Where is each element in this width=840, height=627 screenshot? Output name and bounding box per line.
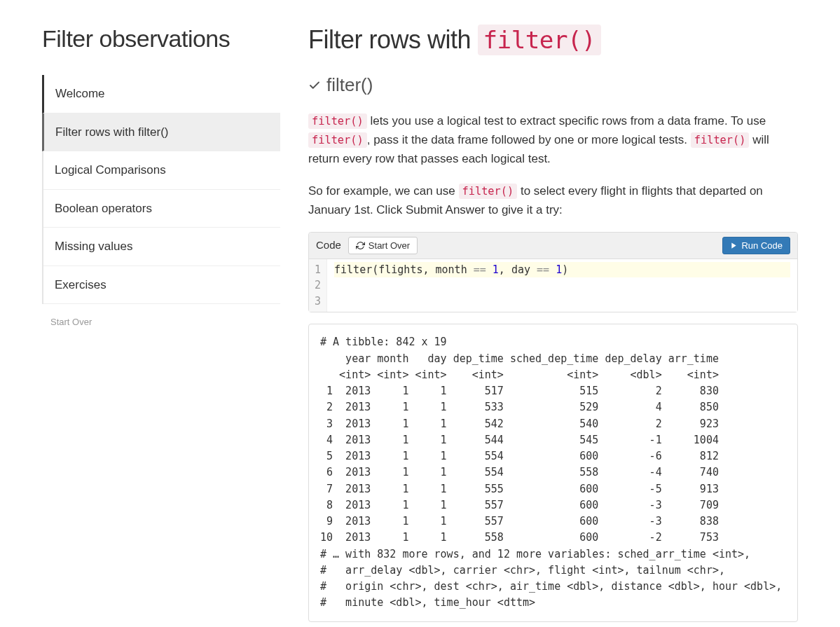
code-tab-label: Code xyxy=(316,237,341,254)
code-token: 1 xyxy=(556,263,562,276)
nav-item-logical-comparisons[interactable]: Logical Comparisons xyxy=(43,151,280,190)
start-over-button[interactable]: Start Over xyxy=(348,237,418,254)
output-type-header: <int> <int> <int> <int> <int> <dbl> <int… xyxy=(320,368,719,381)
section-heading-text: filter() xyxy=(326,71,373,99)
code-token: (flights, month xyxy=(372,263,474,276)
code-inline-filter: filter() xyxy=(691,132,750,148)
code-editor[interactable]: 1 2 3 filter(flights, month == 1, day ==… xyxy=(309,259,797,312)
output-col-header: year month day dep_time sched_dep_time d… xyxy=(320,352,719,365)
svg-marker-0 xyxy=(732,242,736,248)
output-footer: # … with 832 more rows, and 12 more vari… xyxy=(320,548,750,560)
output-row: 2 2013 1 1 533 529 4 850 xyxy=(320,401,719,413)
paragraph-1: filter() lets you use a logical test to … xyxy=(308,111,798,169)
page-title-code: filter() xyxy=(478,25,602,55)
nav-item-boolean-operators[interactable]: Boolean operators xyxy=(43,190,280,228)
nav-list: Welcome Filter rows with filter() Logica… xyxy=(42,75,280,304)
nav-item-filter-rows[interactable]: Filter rows with filter() xyxy=(42,113,280,152)
output-row: 5 2013 1 1 554 600 -6 812 xyxy=(320,450,719,462)
code-token xyxy=(486,263,493,276)
output-row: 9 2013 1 1 557 600 -3 838 xyxy=(320,515,719,528)
nav-item-exercises[interactable]: Exercises xyxy=(43,266,280,305)
code-gutter: 1 2 3 xyxy=(309,259,327,312)
paragraph-2: So for example, we can use filter() to s… xyxy=(308,181,798,219)
para1-b: , pass it the data frame followed by one… xyxy=(367,133,691,146)
page-title: Filter rows with filter() xyxy=(308,21,798,59)
nav-item-missing-values[interactable]: Missing values xyxy=(43,228,280,266)
output-row: 3 2013 1 1 542 540 2 923 xyxy=(320,418,719,430)
output-row: 8 2013 1 1 557 600 -3 709 xyxy=(320,499,719,511)
code-token: , day xyxy=(499,263,537,276)
output-header: # A tibble: 842 x 19 xyxy=(320,336,447,348)
refresh-icon xyxy=(356,241,365,250)
para2-a: So for example, we can use xyxy=(308,184,459,198)
output-footer: # origin <chr>, dest <chr>, air_time <db… xyxy=(320,580,782,593)
gutter-line: 3 xyxy=(315,294,321,310)
sidebar-start-over[interactable]: Start Over xyxy=(42,304,280,340)
output-row: 7 2013 1 1 555 600 -5 913 xyxy=(320,483,719,495)
code-token: ) xyxy=(562,263,568,276)
code-token: == xyxy=(474,263,486,276)
nav-item-welcome[interactable]: Welcome xyxy=(42,75,280,113)
code-inline-filter: filter() xyxy=(459,184,518,199)
start-over-button-label: Start Over xyxy=(369,240,410,251)
output-panel: # A tibble: 842 x 19 year month day dep_… xyxy=(308,324,798,621)
sidebar: Filter observations Welcome Filter rows … xyxy=(42,21,280,622)
code-lines: filter(flights, month == 1, day == 1) xyxy=(327,259,797,312)
output-footer: # minute <dbl>, time_hour <dttm> xyxy=(320,596,535,609)
main-content: Filter rows with filter() filter() filte… xyxy=(308,21,798,622)
code-inline-filter: filter() xyxy=(308,132,367,148)
gutter-line: 2 xyxy=(315,277,321,294)
run-code-button-label: Run Code xyxy=(741,240,783,251)
output-row: 6 2013 1 1 554 558 -4 740 xyxy=(320,466,719,478)
run-code-button[interactable]: Run Code xyxy=(722,237,790,254)
para1-a: lets you use a logical test to extract s… xyxy=(367,114,766,128)
sidebar-title: Filter observations xyxy=(42,21,280,57)
code-token: 1 xyxy=(493,263,499,276)
code-inline-filter: filter() xyxy=(308,113,367,129)
code-token: filter xyxy=(334,263,372,276)
output-row: 4 2013 1 1 544 545 -1 1004 xyxy=(320,434,719,446)
check-icon xyxy=(308,79,321,92)
gutter-line: 1 xyxy=(315,262,321,278)
output-footer: # arr_delay <dbl>, carrier <chr>, flight… xyxy=(320,564,725,577)
page-title-text: Filter rows with xyxy=(308,25,478,54)
section-heading: filter() xyxy=(308,71,798,99)
code-token xyxy=(549,263,556,276)
code-panel: Code Start Over Run Code 1 xyxy=(308,232,798,313)
output-row: 10 2013 1 1 558 600 -2 753 xyxy=(320,531,719,544)
code-token: == xyxy=(537,263,549,276)
code-toolbar: Code Start Over Run Code xyxy=(309,233,797,259)
output-row: 1 2013 1 1 517 515 2 830 xyxy=(320,385,719,397)
play-icon xyxy=(730,242,738,249)
